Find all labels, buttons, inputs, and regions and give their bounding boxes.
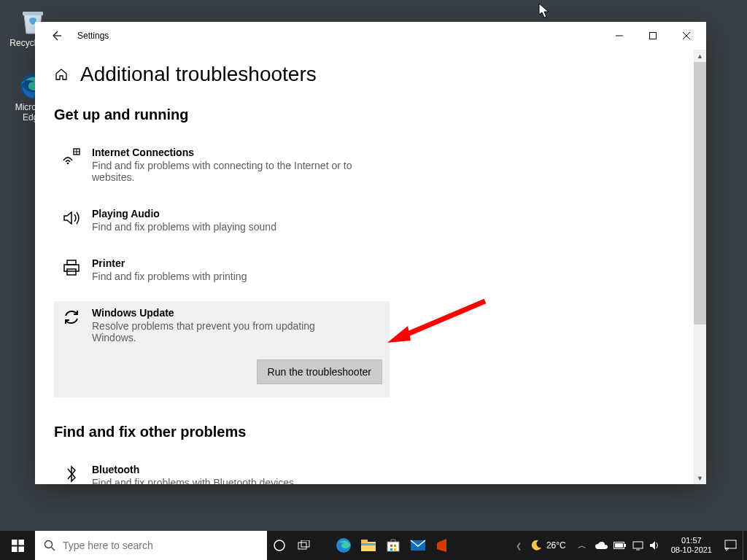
onedrive-icon[interactable] [595, 541, 608, 550]
printer-icon [61, 257, 82, 278]
maximize-button[interactable] [636, 24, 670, 47]
selected-panel: Run the troubleshooter [54, 352, 390, 397]
taskbar-app-store[interactable] [381, 531, 406, 560]
svg-rect-10 [64, 265, 79, 271]
item-desc: Find and fix problems with printing [92, 271, 247, 282]
svg-rect-9 [67, 260, 76, 265]
task-view-button[interactable] [292, 531, 317, 560]
item-desc: Find and fix problems with connecting to… [92, 160, 355, 183]
svg-point-18 [45, 541, 53, 548]
troubleshooter-windows-update[interactable]: Windows Update Resolve problems that pre… [54, 301, 390, 352]
svg-rect-17 [18, 546, 24, 552]
speaker-icon [61, 208, 82, 228]
scroll-thumb[interactable] [694, 62, 706, 324]
volume-icon[interactable] [649, 540, 661, 551]
start-button[interactable] [0, 531, 35, 560]
taskbar-app-explorer[interactable] [356, 531, 381, 560]
window-title: Settings [77, 31, 109, 41]
svg-rect-24 [361, 542, 376, 551]
taskbar-clock[interactable]: 01:57 08-10-2021 [665, 536, 718, 555]
home-icon[interactable] [54, 67, 69, 82]
vertical-scrollbar[interactable]: ▲ ▼ [694, 50, 706, 484]
svg-rect-16 [12, 546, 18, 552]
item-desc: Resolve problems that prevent you from u… [92, 320, 355, 343]
svg-rect-22 [301, 540, 309, 547]
svg-rect-0 [23, 12, 43, 15]
clock-date: 08-10-2021 [671, 545, 712, 555]
taskbar-app-office[interactable] [430, 531, 455, 560]
troubleshooter-printer[interactable]: Printer Find and fix problems with print… [54, 252, 390, 288]
item-name: Windows Update [92, 307, 355, 319]
svg-rect-27 [387, 542, 399, 551]
cortana-button[interactable] [267, 531, 292, 560]
svg-rect-34 [624, 544, 626, 547]
settings-window: Settings Additional troubleshooters Get … [35, 22, 706, 484]
svg-point-7 [67, 163, 69, 165]
svg-rect-30 [390, 548, 392, 551]
action-center-button[interactable] [718, 540, 743, 551]
wifi-globe-icon [61, 147, 82, 167]
taskbar-app-mail[interactable] [406, 531, 430, 560]
svg-rect-38 [725, 540, 736, 548]
sync-icon [61, 307, 82, 327]
item-name: Printer [92, 257, 247, 269]
scroll-down-button[interactable]: ▼ [694, 472, 706, 484]
svg-rect-28 [390, 545, 392, 547]
scroll-up-button[interactable]: ▲ [694, 50, 706, 62]
section-heading-getup: Get up and running [54, 106, 687, 123]
item-name: Bluetooth [92, 464, 294, 475]
section-heading-other: Find and fix other problems [54, 424, 687, 440]
search-placeholder: Type here to search [63, 540, 153, 551]
troubleshooter-playing-audio[interactable]: Playing Audio Find and fix problems with… [54, 202, 390, 238]
svg-rect-15 [18, 540, 24, 545]
svg-rect-36 [633, 542, 643, 548]
item-desc: Find and fix problems with Bluetooth dev… [92, 477, 294, 484]
page-title: Additional troubleshooters [80, 63, 317, 86]
moon-icon [530, 540, 542, 551]
svg-rect-14 [12, 540, 18, 545]
troubleshooter-internet-connections[interactable]: Internet Connections Find and fix proble… [54, 141, 390, 189]
taskbar-app-edge[interactable] [331, 531, 356, 560]
battery-icon[interactable] [614, 542, 627, 549]
svg-rect-11 [67, 269, 76, 275]
clock-time: 01:57 [671, 536, 712, 545]
svg-rect-31 [394, 548, 396, 551]
tray-expand-button[interactable]: ︿ [573, 540, 591, 552]
weather-temp: 26°C [546, 540, 566, 551]
taskbar-separator-icon: ❮ [514, 542, 523, 550]
svg-rect-21 [298, 542, 306, 549]
close-button[interactable] [670, 24, 703, 47]
svg-rect-4 [650, 33, 657, 39]
taskbar-search[interactable]: Type here to search [35, 531, 267, 560]
bluetooth-icon [61, 464, 82, 484]
svg-rect-29 [394, 545, 396, 547]
run-troubleshooter-button[interactable]: Run the troubleshooter [257, 359, 382, 384]
title-bar: Settings [35, 22, 706, 50]
svg-rect-26 [361, 543, 376, 545]
show-desktop-button[interactable] [743, 531, 747, 560]
network-icon[interactable] [632, 541, 643, 551]
troubleshooter-bluetooth[interactable]: Bluetooth Find and fix problems with Blu… [54, 458, 390, 484]
content-area: Additional troubleshooters Get up and ru… [35, 50, 706, 484]
svg-rect-35 [615, 543, 623, 548]
item-desc: Find and fix problems with playing sound [92, 221, 276, 233]
svg-rect-25 [361, 540, 368, 542]
minimize-button[interactable] [603, 24, 636, 47]
weather-widget[interactable]: 26°C [523, 540, 573, 551]
taskbar: Type here to search ❮ 26°C ︿ 01:57 08-10… [0, 531, 747, 560]
search-icon [44, 540, 55, 551]
item-name: Playing Audio [92, 208, 276, 219]
svg-line-19 [52, 548, 55, 551]
item-name: Internet Connections [92, 147, 355, 158]
back-button[interactable] [42, 22, 70, 50]
svg-point-20 [274, 540, 285, 551]
cursor-icon [538, 3, 551, 19]
